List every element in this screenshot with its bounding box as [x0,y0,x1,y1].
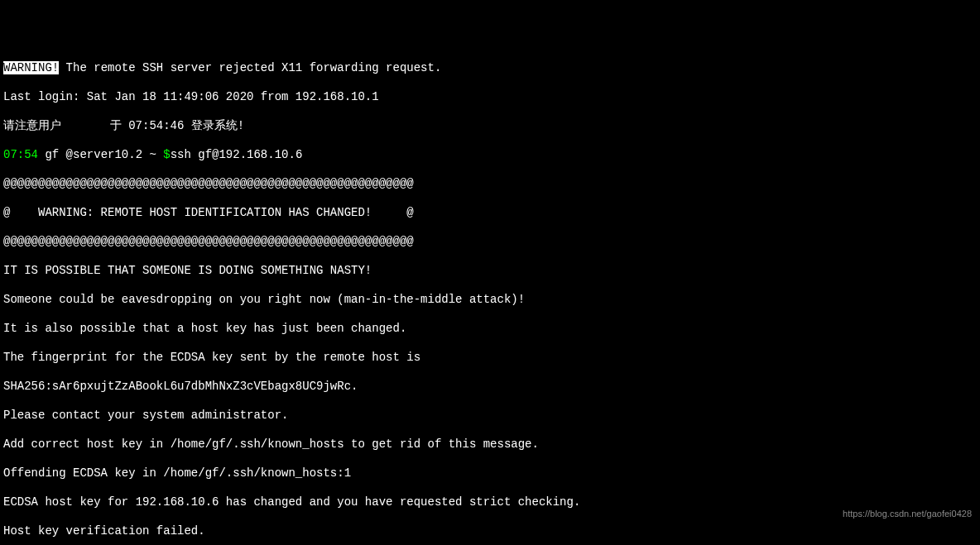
prompt-user: gf @server10.2 ~ [38,148,163,161]
output-line: SHA256:sAr6pxujtZzABookL6u7dbMhNxZ3cVEba… [3,380,977,394]
warning-line: WARNING! The remote SSH server rejected … [3,61,977,76]
dollar-icon: $ [163,148,170,161]
warning-message: @ WARNING: REMOTE HOST IDENTIFICATION HA… [3,206,977,221]
warning-text: The remote SSH server rejected X11 forwa… [59,61,441,74]
output-line: Host key verification failed. [3,524,977,539]
watermark: https://blog.csdn.net/gaofei0428 [843,509,972,520]
login-notice: 请注意用户 于 07:54:46 登录系统! [3,119,977,134]
output-line: Please contact your system administrator… [3,409,977,423]
output-line: Offending ECDSA key in /home/gf/.ssh/kno… [3,466,977,481]
output-line: IT IS POSSIBLE THAT SOMEONE IS DOING SOM… [3,264,977,279]
output-line: Someone could be eavesdropping on you ri… [3,293,977,308]
output-line: Add correct host key in /home/gf/.ssh/kn… [3,437,977,452]
last-login: Last login: Sat Jan 18 11:49:06 2020 fro… [3,90,977,105]
warning-border: @@@@@@@@@@@@@@@@@@@@@@@@@@@@@@@@@@@@@@@@… [3,177,977,192]
warning-badge: WARNING! [3,61,59,74]
output-line: The fingerprint for the ECDSA key sent b… [3,351,977,366]
prompt-1[interactable]: 07:54 gf @server10.2 ~ $ssh gf@192.168.1… [3,148,977,163]
time-stamp: 07:54 [3,148,38,161]
warning-border: @@@@@@@@@@@@@@@@@@@@@@@@@@@@@@@@@@@@@@@@… [3,235,977,250]
output-line: It is also possible that a host key has … [3,322,977,337]
ssh-command: ssh gf@192.168.10.6 [171,148,303,161]
output-line: ECDSA host key for 192.168.10.6 has chan… [3,495,977,510]
